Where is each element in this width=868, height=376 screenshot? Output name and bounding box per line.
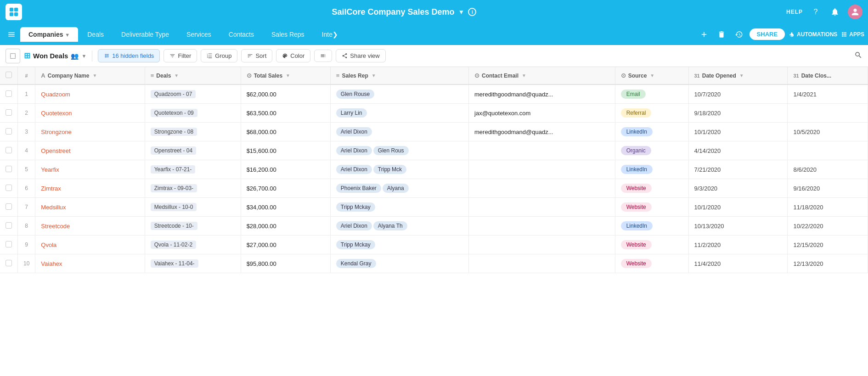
deal-tag[interactable]: Quadzoom - 07 [151, 90, 196, 98]
tab-services[interactable]: Services [178, 27, 220, 42]
notifications-icon[interactable] [829, 6, 841, 18]
search-icon[interactable] [854, 51, 862, 61]
company-name-link[interactable]: Qvola [41, 241, 56, 248]
row-company[interactable]: Quotetexon [35, 104, 145, 123]
date-opened-sort-arrow: ▼ [739, 73, 744, 78]
toolbar-divider-1 [92, 51, 92, 62]
company-name-link[interactable]: Strongzone [41, 129, 72, 135]
tab-deliverable-type[interactable]: Deliverable Type [113, 27, 177, 42]
row-source: Website [615, 198, 688, 217]
row-checkbox[interactable] [6, 222, 12, 229]
deal-tag[interactable]: Qvola - 11-02-2 [151, 241, 196, 249]
group-button[interactable]: Group [201, 49, 237, 62]
tab-contacts[interactable]: Contacts [220, 27, 262, 42]
sort-button[interactable]: Sort [241, 49, 272, 62]
tab-sales-reps[interactable]: Sales Reps [263, 27, 313, 42]
history-icon[interactable] [732, 28, 746, 41]
row-checkbox[interactable] [6, 166, 12, 172]
header-contact-email[interactable]: ⊙ Contact Email ▼ [469, 67, 615, 84]
title-dropdown-arrow[interactable]: ▼ [458, 8, 465, 16]
header-total-sales[interactable]: ⊙ Total Sales ▼ [241, 67, 330, 84]
table-row: 9QvolaQvola - 11-02-2$27,000.00Tripp Mck… [0, 236, 868, 254]
hidden-fields-button[interactable]: 16 hidden fields [98, 49, 160, 62]
header-date-closed[interactable]: 31 Date Clos... [788, 67, 868, 84]
sidebar-toggle[interactable] [6, 49, 20, 63]
header-company-name[interactable]: A Company Name ▼ [35, 67, 145, 84]
deal-tag[interactable]: Vaiahex - 11-04- [151, 259, 198, 268]
logo[interactable] [6, 4, 22, 20]
header-date-opened[interactable]: 31 Date Opened ▼ [688, 67, 788, 84]
tab-inte[interactable]: Inte❯ [314, 27, 346, 42]
row-checkbox[interactable] [6, 147, 12, 153]
row-checkbox[interactable] [6, 203, 12, 210]
delete-icon[interactable] [715, 28, 728, 41]
row-company[interactable]: Vaiahex [35, 254, 145, 273]
row-checkbox-cell [0, 160, 18, 179]
deal-tag[interactable]: Openstreet - 04 [151, 146, 196, 155]
deal-tag[interactable]: Medsillux - 10-0 [151, 203, 197, 211]
company-name-link[interactable]: Vaiahex [41, 260, 62, 267]
svg-rect-0 [10, 8, 13, 11]
apps-button[interactable]: APPS [841, 31, 864, 38]
color-button[interactable]: Color [276, 49, 310, 62]
avatar[interactable] [848, 5, 862, 19]
row-checkbox[interactable] [6, 260, 12, 266]
rep-tag: Tripp Mckay [336, 240, 375, 249]
row-deal[interactable]: Yearfix - 07-21- [145, 160, 241, 179]
share-button[interactable]: SHARE [750, 28, 785, 40]
row-number: 4 [18, 141, 35, 160]
tab-companies[interactable]: Companies ▼ [20, 27, 78, 42]
header-deals[interactable]: ≡ Deals ▼ [145, 67, 241, 84]
company-name-link[interactable]: Zimtrax [41, 185, 61, 192]
row-company[interactable]: Quadzoom [35, 84, 145, 104]
row-deal[interactable]: Quotetexon - 09 [145, 104, 241, 123]
row-checkbox[interactable] [6, 241, 12, 247]
deal-tag[interactable]: Quotetexon - 09 [151, 109, 197, 117]
row-company[interactable]: Streetcode [35, 217, 145, 236]
company-name-link[interactable]: Openstreet [41, 147, 70, 154]
row-deal[interactable]: Vaiahex - 11-04- [145, 254, 241, 273]
row-deal[interactable]: Medsillux - 10-0 [145, 198, 241, 217]
row-deal[interactable]: Quadzoom - 07 [145, 84, 241, 104]
row-deal[interactable]: Strongzone - 08 [145, 123, 241, 141]
company-name-link[interactable]: Yearfix [41, 166, 59, 173]
row-deal[interactable]: Openstreet - 04 [145, 141, 241, 160]
row-company[interactable]: Strongzone [35, 123, 145, 141]
view-icon: ⊞ [24, 51, 30, 61]
row-company[interactable]: Qvola [35, 236, 145, 254]
view-name-container[interactable]: ⊞ Won Deals 👥 ▼ [24, 51, 86, 61]
deal-tag[interactable]: Yearfix - 07-21- [151, 165, 196, 174]
fields-button[interactable] [314, 50, 332, 62]
tab-deals[interactable]: Deals [79, 27, 112, 42]
row-company[interactable]: Zimtrax [35, 179, 145, 198]
row-checkbox[interactable] [6, 128, 12, 135]
row-deal[interactable]: Streetcode - 10- [145, 217, 241, 236]
row-deal[interactable]: Qvola - 11-02-2 [145, 236, 241, 254]
automations-button[interactable]: AUTOMATIONS [789, 31, 837, 38]
rep-tag: Phoenix Baker [336, 184, 381, 193]
company-name-link[interactable]: Medsillux [41, 204, 66, 211]
row-checkbox[interactable] [6, 90, 12, 97]
help-icon[interactable]: ? [809, 6, 822, 18]
filter-button[interactable]: Filter [163, 49, 197, 62]
company-name-link[interactable]: Streetcode [41, 223, 70, 230]
company-name-link[interactable]: Quadzoom [41, 91, 70, 98]
row-deal[interactable]: Zimtrax - 09-03- [145, 179, 241, 198]
info-icon[interactable]: i [468, 8, 476, 16]
row-company[interactable]: Medsillux [35, 198, 145, 217]
deal-tag[interactable]: Streetcode - 10- [151, 222, 197, 230]
deal-tag[interactable]: Strongzone - 08 [151, 128, 197, 136]
row-checkbox[interactable] [6, 109, 12, 116]
table-row: 7MedsilluxMedsillux - 10-0$34,000.00Trip… [0, 198, 868, 217]
deal-tag[interactable]: Zimtrax - 09-03- [151, 184, 197, 192]
row-company[interactable]: Yearfix [35, 160, 145, 179]
header-source[interactable]: ⊙ Source ▼ [615, 67, 688, 84]
row-company[interactable]: Openstreet [35, 141, 145, 160]
header-checkbox[interactable] [0, 67, 18, 84]
header-sales-rep[interactable]: ≡ Sales Rep ▼ [330, 67, 468, 84]
share-view-button[interactable]: Share view [336, 49, 385, 62]
hamburger-menu[interactable] [4, 28, 19, 41]
add-view-icon[interactable] [697, 28, 711, 41]
row-checkbox[interactable] [6, 185, 12, 191]
company-name-link[interactable]: Quotetexon [41, 110, 72, 117]
